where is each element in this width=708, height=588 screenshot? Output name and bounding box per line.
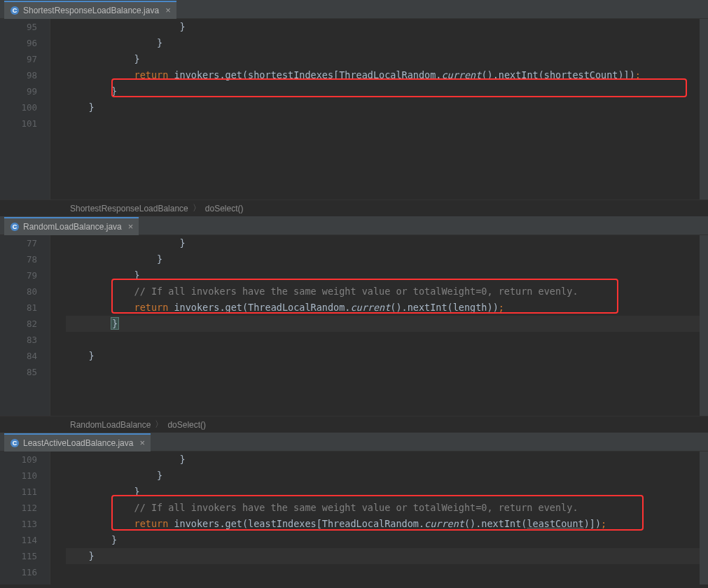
line-number: 112 [0, 500, 37, 516]
code-line[interactable]: } [66, 83, 708, 99]
breadcrumb-method[interactable]: doSelect() [167, 420, 206, 430]
line-number-gutter: 109110111112113114115116 [0, 451, 50, 584]
file-tab[interactable]: CLeastActiveLoadBalance.java× [4, 433, 151, 451]
code-area[interactable]: } } } return invokers.get(shortestIndexe… [50, 19, 708, 200]
breadcrumb-class[interactable]: RandomLoadBalance [70, 420, 151, 430]
code-line[interactable]: } [66, 532, 708, 548]
svg-text:C: C [13, 7, 18, 14]
line-number: 96 [0, 35, 37, 51]
vertical-scrollbar[interactable] [700, 235, 708, 416]
line-number: 111 [0, 484, 37, 500]
code-editor[interactable]: 777879808182838485 } } } // If all invok… [0, 235, 708, 416]
tab-filename: ShortestResponseLoadBalance.java [23, 6, 159, 15]
code-line[interactable]: } [66, 316, 708, 332]
line-number-gutter: 9596979899100101 [0, 19, 50, 200]
code-editor[interactable]: 109110111112113114115116 } } } // If all… [0, 451, 708, 584]
breadcrumb-class[interactable]: ShortestResponseLoadBalance [70, 204, 188, 214]
code-line[interactable]: return invokers.get(shortestIndexes[Thre… [66, 67, 708, 83]
svg-text:C: C [13, 440, 18, 447]
svg-text:C: C [13, 223, 18, 230]
line-number: 116 [0, 564, 37, 580]
line-number: 95 [0, 19, 37, 35]
line-number: 79 [0, 267, 37, 284]
line-number: 101 [0, 115, 37, 132]
line-number: 100 [0, 99, 37, 115]
tab-bar: CRandomLoadBalance.java× [0, 217, 708, 235]
line-number: 97 [0, 51, 37, 67]
java-class-icon: C [10, 438, 20, 448]
line-number: 78 [0, 251, 37, 267]
code-line[interactable] [66, 564, 708, 580]
code-line[interactable]: } [66, 451, 708, 468]
line-number: 85 [0, 364, 37, 380]
line-number: 98 [0, 67, 37, 83]
line-number: 115 [0, 548, 37, 564]
code-line[interactable]: return invokers.get(leastIndexes[ThreadL… [66, 516, 708, 532]
code-line[interactable] [66, 332, 708, 348]
close-icon[interactable]: × [137, 438, 145, 448]
code-line[interactable]: } [66, 235, 708, 251]
code-line[interactable]: // If all invokers have the same weight … [66, 500, 708, 516]
chevron-right-icon: 〉 [193, 202, 201, 214]
tab-filename: RandomLoadBalance.java [23, 222, 122, 232]
code-line[interactable]: return invokers.get(ThreadLocalRandom.cu… [66, 300, 708, 316]
editor-pane: CRandomLoadBalance.java×7778798081828384… [0, 216, 708, 433]
line-number: 110 [0, 468, 37, 484]
editor-pane: CShortestResponseLoadBalance.java×959697… [0, 0, 708, 216]
code-line[interactable]: } [66, 19, 708, 35]
tab-bar: CShortestResponseLoadBalance.java× [0, 1, 708, 19]
code-line[interactable]: } [66, 548, 708, 564]
line-number-gutter: 777879808182838485 [0, 235, 50, 416]
line-number: 81 [0, 300, 37, 316]
code-area[interactable]: } } } // If all invokers have the same w… [50, 451, 708, 584]
java-class-icon: C [10, 222, 20, 232]
tab-bar: CLeastActiveLoadBalance.java× [0, 433, 708, 451]
file-tab[interactable]: CShortestResponseLoadBalance.java× [4, 1, 176, 19]
code-line[interactable]: } [66, 484, 708, 500]
line-number: 84 [0, 348, 37, 364]
vertical-scrollbar[interactable] [700, 451, 708, 584]
code-line[interactable]: } [66, 251, 708, 267]
line-number: 114 [0, 532, 37, 548]
line-number: 109 [0, 451, 37, 468]
code-line[interactable]: } [66, 267, 708, 284]
line-number: 80 [0, 284, 37, 300]
code-line[interactable]: } [66, 51, 708, 67]
code-line[interactable]: // If all invokers have the same weight … [66, 284, 708, 300]
code-line[interactable]: } [66, 99, 708, 115]
line-number: 113 [0, 516, 37, 532]
breadcrumb[interactable]: ShortestResponseLoadBalance〉doSelect() [0, 200, 708, 216]
java-class-icon: C [10, 6, 20, 15]
tab-filename: LeastActiveLoadBalance.java [23, 438, 133, 448]
line-number: 77 [0, 235, 37, 251]
file-tab[interactable]: CRandomLoadBalance.java× [4, 217, 139, 235]
code-area[interactable]: } } } // If all invokers have the same w… [50, 235, 708, 416]
code-line[interactable]: } [66, 348, 708, 364]
close-icon[interactable]: × [125, 221, 134, 232]
editor-pane: CLeastActiveLoadBalance.java×10911011111… [0, 433, 708, 584]
close-icon[interactable]: × [162, 5, 171, 15]
line-number: 83 [0, 332, 37, 348]
breadcrumb[interactable]: RandomLoadBalance〉doSelect() [0, 416, 708, 433]
code-line[interactable]: } [66, 35, 708, 51]
vertical-scrollbar[interactable] [700, 19, 708, 200]
code-editor[interactable]: 9596979899100101 } } } return invokers.g… [0, 19, 708, 200]
chevron-right-icon: 〉 [155, 419, 163, 430]
code-line[interactable]: } [66, 468, 708, 484]
code-line[interactable] [66, 364, 708, 380]
line-number: 99 [0, 83, 37, 99]
breadcrumb-method[interactable]: doSelect() [205, 204, 244, 214]
code-line[interactable] [66, 115, 708, 132]
line-number: 82 [0, 316, 37, 332]
